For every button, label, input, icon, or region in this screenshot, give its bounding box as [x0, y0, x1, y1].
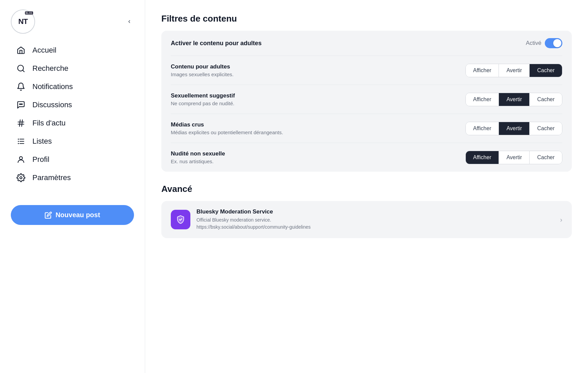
gear-icon	[16, 173, 26, 182]
sidebar-item-accueil[interactable]: Accueil	[11, 42, 134, 59]
filter-name-sexuellement-suggestif: Sexuellement suggestif	[171, 92, 465, 99]
filter-desc-nudite-non-sexuelle: Ex. nus artistiques.	[171, 159, 465, 164]
btn-group-medias-crus: Afficher Avertir Cacher	[465, 122, 562, 135]
sidebar-item-label-recherche: Recherche	[32, 64, 68, 73]
moderation-service-desc: Official Bluesky moderation service.http…	[196, 217, 554, 231]
svg-point-16	[20, 177, 22, 179]
sidebar-item-label-listes: Listes	[32, 137, 52, 146]
svg-point-4	[22, 104, 22, 105]
main-content: Filtres de contenu Activer le contenu po…	[145, 0, 588, 373]
new-post-button[interactable]: Nouveau post	[11, 205, 134, 225]
btn-avertir-medias-crus[interactable]: Avertir	[499, 122, 530, 135]
sidebar-item-profil[interactable]: Profil	[11, 151, 134, 168]
btn-afficher-nudite-non-sexuelle[interactable]: Afficher	[466, 151, 499, 164]
sidebar-collapse-button[interactable]: ‹	[123, 15, 135, 27]
filter-name-nudite-non-sexuelle: Nudité non sexuelle	[171, 150, 465, 157]
chat-icon	[16, 101, 26, 109]
adult-content-toggle-row: Activer le contenu pour adultes Activé	[161, 31, 572, 56]
sidebar-item-notifications[interactable]: Notifications	[11, 78, 134, 95]
adult-content-toggle-switch[interactable]	[545, 38, 562, 48]
moderation-service-name: Bluesky Moderation Service	[196, 208, 554, 215]
sidebar-item-parametres[interactable]: Paramètres	[11, 169, 134, 186]
logo: NT BLOG	[11, 9, 35, 34]
filter-info-contenu-adultes: Contenu pour adultes Images sexuelles ex…	[171, 63, 465, 77]
toggle-status-text: Activé	[526, 40, 541, 47]
filter-info-sexuellement-suggestif: Sexuellement suggestif Ne comprend pas d…	[171, 92, 465, 106]
btn-afficher-medias-crus[interactable]: Afficher	[466, 122, 499, 135]
filter-row-nudite-non-sexuelle: Nudité non sexuelle Ex. nus artistiques.…	[161, 143, 572, 172]
btn-cacher-sexuellement-suggestif[interactable]: Cacher	[530, 93, 562, 106]
filter-row-contenu-adultes: Contenu pour adultes Images sexuelles ex…	[161, 56, 572, 85]
btn-avertir-sexuellement-suggestif[interactable]: Avertir	[499, 93, 530, 106]
filter-row-medias-crus: Médias crus Médias explicites ou potenti…	[161, 114, 572, 143]
svg-point-3	[21, 104, 21, 105]
svg-point-11	[18, 143, 19, 144]
btn-avertir-nudite-non-sexuelle[interactable]: Avertir	[499, 151, 530, 164]
filter-row-sexuellement-suggestif: Sexuellement suggestif Ne comprend pas d…	[161, 85, 572, 114]
hash-icon	[16, 119, 26, 127]
sidebar: NT BLOG ‹ Accueil Recherche	[0, 0, 145, 373]
search-icon	[16, 64, 26, 73]
home-icon	[16, 46, 26, 55]
svg-point-9	[18, 139, 19, 140]
filter-name-contenu-adultes: Contenu pour adultes	[171, 63, 465, 70]
sidebar-item-fils-actu[interactable]: Fils d'actu	[11, 115, 134, 132]
svg-line-7	[20, 120, 20, 126]
moderation-service-info: Bluesky Moderation Service Official Blue…	[196, 208, 554, 231]
svg-line-1	[23, 70, 24, 72]
btn-afficher-sexuellement-suggestif[interactable]: Afficher	[466, 93, 499, 106]
svg-line-8	[22, 120, 22, 126]
bell-icon	[16, 82, 26, 91]
svg-point-10	[18, 141, 19, 142]
btn-avertir-contenu-adultes[interactable]: Avertir	[499, 64, 530, 77]
btn-afficher-contenu-adultes[interactable]: Afficher	[466, 64, 499, 77]
btn-cacher-nudite-non-sexuelle[interactable]: Cacher	[530, 151, 562, 164]
btn-group-sexuellement-suggestif: Afficher Avertir Cacher	[465, 93, 562, 106]
svg-point-15	[20, 156, 23, 160]
moderation-service-icon	[171, 210, 190, 229]
filter-desc-contenu-adultes: Images sexuelles explicites.	[171, 71, 465, 77]
filter-name-medias-crus: Médias crus	[171, 121, 465, 128]
moderation-service-row[interactable]: Bluesky Moderation Service Official Blue…	[161, 201, 572, 238]
content-filters-card: Activer le contenu pour adultes Activé C…	[161, 31, 572, 172]
section-filtres-title: Filtres de contenu	[161, 13, 572, 24]
adult-toggle-label: Activer le contenu pour adultes	[171, 40, 262, 47]
sidebar-item-label-discussions: Discussions	[32, 101, 72, 109]
section-avance-title: Avancé	[161, 184, 572, 194]
sidebar-item-label-parametres: Paramètres	[32, 173, 71, 182]
sidebar-item-discussions[interactable]: Discussions	[11, 96, 134, 113]
new-post-label: Nouveau post	[55, 211, 100, 219]
chevron-right-icon: ›	[560, 216, 562, 224]
list-icon	[16, 137, 26, 146]
btn-cacher-contenu-adultes[interactable]: Cacher	[530, 64, 562, 77]
sidebar-item-label-profil: Profil	[32, 155, 49, 164]
sidebar-item-recherche[interactable]: Recherche	[11, 60, 134, 77]
sidebar-item-listes[interactable]: Listes	[11, 133, 134, 150]
shield-icon	[176, 215, 185, 224]
filter-info-medias-crus: Médias crus Médias explicites ou potenti…	[171, 121, 465, 135]
btn-group-nudite-non-sexuelle: Afficher Avertir Cacher	[465, 151, 562, 164]
svg-point-2	[20, 104, 20, 105]
btn-cacher-medias-crus[interactable]: Cacher	[530, 122, 562, 135]
nav-list: Accueil Recherche Notifications	[11, 42, 134, 186]
filter-desc-sexuellement-suggestif: Ne comprend pas de nudité.	[171, 101, 465, 106]
sidebar-item-label-accueil: Accueil	[32, 46, 56, 55]
filter-info-nudite-non-sexuelle: Nudité non sexuelle Ex. nus artistiques.	[171, 150, 465, 164]
btn-group-contenu-adultes: Afficher Avertir Cacher	[465, 64, 562, 77]
sidebar-item-label-fils-actu: Fils d'actu	[32, 119, 65, 127]
toggle-right: Activé	[526, 38, 562, 48]
advanced-card: Bluesky Moderation Service Official Blue…	[161, 201, 572, 238]
user-icon	[16, 155, 26, 164]
edit-icon	[45, 211, 52, 219]
sidebar-item-label-notifications: Notifications	[32, 82, 73, 91]
filter-desc-medias-crus: Médias explicites ou potentiellement dér…	[171, 130, 465, 135]
